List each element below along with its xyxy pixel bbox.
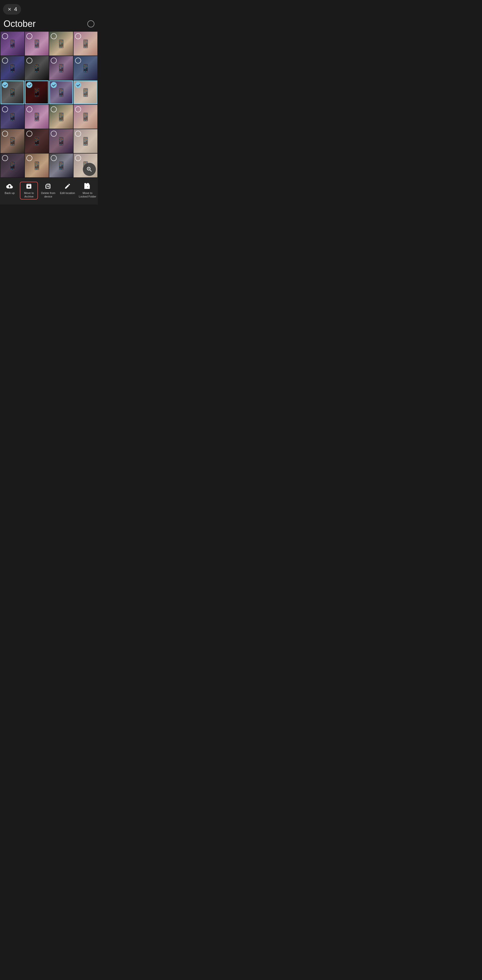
close-button[interactable] bbox=[7, 7, 12, 12]
location-action[interactable]: Edit location bbox=[59, 182, 76, 196]
select-all-button[interactable] bbox=[87, 21, 94, 27]
selection-circle[interactable] bbox=[2, 57, 8, 64]
backup-label: Back up bbox=[5, 191, 15, 195]
photo-cell[interactable] bbox=[49, 32, 73, 56]
photo-cell[interactable] bbox=[25, 105, 49, 129]
photo-cell[interactable] bbox=[74, 56, 97, 80]
selection-circle[interactable] bbox=[75, 33, 81, 39]
photo-cell[interactable] bbox=[0, 32, 24, 56]
photo-cell[interactable] bbox=[74, 32, 97, 56]
photo-cell[interactable] bbox=[74, 154, 97, 177]
selection-circle[interactable] bbox=[26, 130, 32, 137]
selection-circle[interactable] bbox=[75, 155, 81, 161]
photo-cell[interactable] bbox=[0, 80, 24, 104]
photo-cell[interactable] bbox=[25, 56, 49, 80]
selection-circle[interactable] bbox=[51, 33, 57, 39]
month-header: October bbox=[0, 17, 98, 32]
selection-circle[interactable] bbox=[51, 106, 57, 112]
selection-circle[interactable] bbox=[26, 106, 32, 112]
no-sim-icon bbox=[45, 183, 52, 190]
zoom-in-icon bbox=[86, 166, 93, 173]
bottom-action-bar: Back up Move toArchive Delete fromdevice… bbox=[0, 178, 98, 205]
location-edit-icon bbox=[64, 183, 71, 190]
selection-count: 4 bbox=[14, 6, 17, 13]
selection-circle[interactable] bbox=[51, 155, 57, 161]
lock-folder-icon bbox=[84, 183, 91, 190]
locked-action[interactable]: Move toLocked Folder bbox=[78, 182, 97, 199]
selection-circle[interactable] bbox=[75, 82, 81, 88]
photo-cell[interactable] bbox=[49, 154, 73, 177]
selection-circle[interactable] bbox=[26, 82, 32, 88]
selection-circle[interactable] bbox=[51, 130, 57, 137]
photo-cell[interactable] bbox=[49, 80, 73, 104]
selection-circle[interactable] bbox=[26, 155, 32, 161]
month-title: October bbox=[3, 19, 36, 29]
selection-circle[interactable] bbox=[2, 106, 8, 112]
locked-label: Move toLocked Folder bbox=[79, 191, 97, 199]
selection-badge: 4 bbox=[3, 4, 21, 14]
photo-cell[interactable] bbox=[25, 154, 49, 177]
photo-cell[interactable] bbox=[0, 56, 24, 80]
photo-cell[interactable] bbox=[0, 129, 24, 153]
photo-cell[interactable] bbox=[49, 105, 73, 129]
zoom-button[interactable] bbox=[83, 163, 96, 176]
delete-label: Delete fromdevice bbox=[41, 191, 55, 199]
photo-cell[interactable] bbox=[25, 32, 49, 56]
photo-cell[interactable] bbox=[74, 80, 97, 104]
photo-cell[interactable] bbox=[25, 80, 49, 104]
archive-label: Move toArchive bbox=[24, 191, 34, 199]
photo-grid bbox=[0, 32, 98, 177]
selection-circle[interactable] bbox=[26, 33, 32, 39]
selection-circle[interactable] bbox=[51, 82, 57, 88]
backup-action[interactable]: Back up bbox=[0, 182, 19, 196]
selection-circle[interactable] bbox=[2, 82, 8, 88]
archive-action[interactable]: Move toArchive bbox=[20, 182, 38, 199]
delete-action[interactable]: Delete fromdevice bbox=[39, 182, 57, 199]
photo-cell[interactable] bbox=[74, 105, 97, 129]
selection-circle[interactable] bbox=[75, 130, 81, 137]
photo-cell[interactable] bbox=[49, 56, 73, 80]
selection-circle[interactable] bbox=[75, 57, 81, 64]
selection-circle[interactable] bbox=[26, 57, 32, 64]
selection-circle[interactable] bbox=[2, 155, 8, 161]
photo-cell[interactable] bbox=[74, 129, 97, 153]
archive-icon bbox=[25, 183, 32, 190]
close-icon bbox=[7, 7, 12, 11]
photo-cell[interactable] bbox=[0, 105, 24, 129]
selection-circle[interactable] bbox=[2, 130, 8, 137]
photo-cell[interactable] bbox=[0, 154, 24, 177]
photo-cell[interactable] bbox=[49, 129, 73, 153]
location-label: Edit location bbox=[60, 191, 75, 195]
cloud-upload-icon bbox=[6, 183, 13, 190]
selection-circle[interactable] bbox=[51, 57, 57, 64]
selection-circle[interactable] bbox=[2, 33, 8, 39]
photo-cell[interactable] bbox=[25, 129, 49, 153]
top-bar: 4 bbox=[0, 0, 98, 17]
selection-circle[interactable] bbox=[75, 106, 81, 112]
